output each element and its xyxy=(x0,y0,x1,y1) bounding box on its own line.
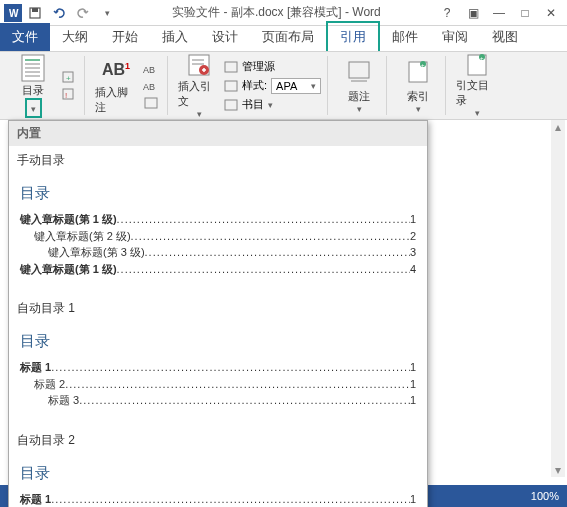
group-captions: 题注 ▾ xyxy=(332,56,387,115)
dropdown-builtin-header: 内置 xyxy=(9,121,427,146)
toc-line: 键入章标题(第 1 级)............................… xyxy=(20,211,416,228)
ribbon-display-button[interactable]: ▣ xyxy=(461,3,485,23)
show-notes-button[interactable] xyxy=(141,95,161,111)
ribbon-tabs: 文件 大纲 开始 插入 设计 页面布局 引用 邮件 审阅 视图 xyxy=(0,26,567,52)
scroll-down-arrow[interactable]: ▾ xyxy=(551,463,565,477)
tab-mailings[interactable]: 邮件 xyxy=(380,23,430,51)
toc-line: 键入章标题(第 2 级)............................… xyxy=(20,228,416,245)
bibliography-button[interactable]: 书目 ▾ xyxy=(224,96,321,114)
caption-icon xyxy=(343,56,375,88)
toc-label: 目录 xyxy=(22,83,44,98)
svg-text:W: W xyxy=(9,8,19,19)
svg-text:!: ! xyxy=(65,91,67,100)
footnote-label: 插入脚注 xyxy=(95,85,137,115)
toc-title: 目录 xyxy=(20,464,416,483)
svg-rect-2 xyxy=(32,8,38,12)
chevron-down-icon: ▾ xyxy=(357,104,362,114)
svg-text:+: + xyxy=(66,74,71,83)
maximize-button[interactable]: □ xyxy=(513,3,537,23)
qat-customize[interactable]: ▾ xyxy=(96,2,118,24)
svg-text:AB: AB xyxy=(143,82,155,92)
tab-outline[interactable]: 大纲 xyxy=(50,23,100,51)
toa-button[interactable]: + 引文目录 ▾ xyxy=(456,56,498,114)
chevron-down-icon: ▾ xyxy=(311,81,316,91)
manual-toc-preview[interactable]: 目录 键入章标题(第 1 级).........................… xyxy=(17,177,419,284)
toc-title: 目录 xyxy=(20,332,416,351)
style-icon xyxy=(224,80,238,92)
vertical-scrollbar[interactable]: ▴ ▾ xyxy=(551,120,565,477)
toa-icon: + xyxy=(461,53,493,77)
tab-view[interactable]: 视图 xyxy=(480,23,530,51)
chevron-down-icon: ▾ xyxy=(416,104,421,114)
zoom-level[interactable]: 100% xyxy=(531,490,559,502)
index-button[interactable]: + 索引 ▾ xyxy=(397,56,439,114)
svg-rect-18 xyxy=(225,62,237,72)
svg-text:AB: AB xyxy=(143,65,155,75)
index-icon: + xyxy=(402,56,434,88)
group-footnotes: AB1 插入脚注 AB AB xyxy=(89,56,168,115)
insert-endnote-button[interactable]: AB xyxy=(141,61,161,77)
chevron-down-icon: ▾ xyxy=(268,100,273,110)
toc-line: 键入章标题(第 1 级)............................… xyxy=(20,261,416,278)
tab-home[interactable]: 开始 xyxy=(100,23,150,51)
citation-style-row: 样式: APA ▾ xyxy=(224,77,321,95)
undo-button[interactable] xyxy=(48,2,70,24)
manage-sources-icon xyxy=(224,61,238,73)
manage-sources-button[interactable]: 管理源 xyxy=(224,58,321,76)
auto-toc-1-label: 自动目录 1 xyxy=(9,294,427,321)
toc-dropdown-panel: 内置 手动目录 目录 键入章标题(第 1 级).................… xyxy=(8,120,428,507)
add-text-button[interactable]: + xyxy=(58,69,78,85)
svg-rect-20 xyxy=(225,100,237,110)
auto-toc-1-preview[interactable]: 目录 标题 1.................................… xyxy=(17,325,419,416)
svg-rect-21 xyxy=(349,62,369,78)
svg-rect-15 xyxy=(145,98,157,108)
tab-references[interactable]: 引用 xyxy=(326,21,380,51)
auto-toc-2-label: 自动目录 2 xyxy=(9,426,427,453)
svg-text:+: + xyxy=(480,55,484,61)
toc-line: 标题 3....................................… xyxy=(20,392,416,409)
ribbon: 目录 ▾ + ! AB1 插入脚注 AB AB xyxy=(0,52,567,120)
svg-text:+: + xyxy=(421,62,425,68)
toc-line: 标题 1....................................… xyxy=(20,491,416,508)
group-citations: 插入引文 ▾ 管理源 样式: APA ▾ 书目 xyxy=(172,56,328,115)
tab-layout[interactable]: 页面布局 xyxy=(250,23,326,51)
tab-file[interactable]: 文件 xyxy=(0,23,50,51)
group-toa: + 引文目录 ▾ xyxy=(450,56,504,115)
chevron-down-icon: ▾ xyxy=(475,108,480,118)
footnote-icon: AB1 xyxy=(100,57,132,84)
toc-button[interactable]: 目录 ▾ xyxy=(12,57,54,115)
toc-dropdown-arrow: ▾ xyxy=(25,98,42,118)
toc-line: 标题 2....................................… xyxy=(20,376,416,393)
insert-footnote-button[interactable]: AB1 插入脚注 xyxy=(95,57,137,115)
toc-line: 键入章标题(第 3 级)............................… xyxy=(20,244,416,261)
next-footnote-button[interactable]: AB xyxy=(141,78,161,94)
word-icon: W xyxy=(4,4,22,22)
caption-button[interactable]: 题注 ▾ xyxy=(338,56,380,114)
citation-style-select[interactable]: APA ▾ xyxy=(271,78,321,94)
tab-design[interactable]: 设计 xyxy=(200,23,250,51)
auto-toc-2-preview[interactable]: 目录 标题 1.................................… xyxy=(17,457,419,508)
window-controls: ? ▣ — □ ✕ xyxy=(435,3,563,23)
save-button[interactable] xyxy=(24,2,46,24)
qat: W ▾ xyxy=(4,2,118,24)
minimize-button[interactable]: — xyxy=(487,3,511,23)
scroll-up-arrow[interactable]: ▴ xyxy=(551,120,565,134)
manual-toc-label: 手动目录 xyxy=(9,146,427,173)
svg-rect-19 xyxy=(225,81,237,91)
tab-review[interactable]: 审阅 xyxy=(430,23,480,51)
close-button[interactable]: ✕ xyxy=(539,3,563,23)
group-toc: 目录 ▾ + ! xyxy=(6,56,85,115)
update-toc-button[interactable]: ! xyxy=(58,86,78,102)
citation-icon xyxy=(183,52,215,78)
tab-insert[interactable]: 插入 xyxy=(150,23,200,51)
toc-icon xyxy=(17,54,49,82)
help-button[interactable]: ? xyxy=(435,3,459,23)
group-index: + 索引 ▾ xyxy=(391,56,446,115)
citation-label: 插入引文 xyxy=(178,79,220,109)
redo-button[interactable] xyxy=(72,2,94,24)
toc-line: 标题 1....................................… xyxy=(20,359,416,376)
watermark: XITONGZHIJIA.NET xyxy=(448,439,549,489)
window-title: 实验文件 - 副本.docx [兼容模式] - Word xyxy=(118,4,435,21)
toc-title: 目录 xyxy=(20,184,416,203)
insert-citation-button[interactable]: 插入引文 ▾ xyxy=(178,57,220,115)
